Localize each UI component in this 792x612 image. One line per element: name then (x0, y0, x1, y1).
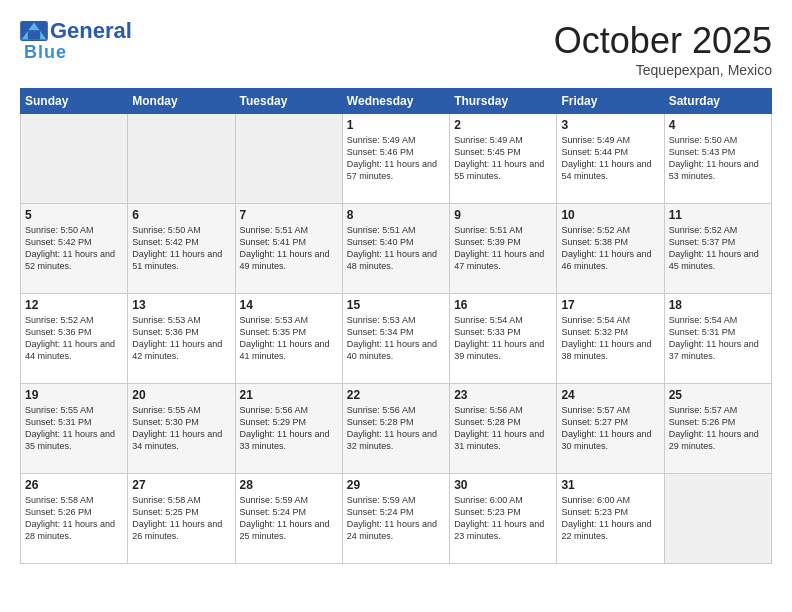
day-number: 21 (240, 388, 338, 402)
day-info: Sunrise: 6:00 AMSunset: 5:23 PMDaylight:… (561, 494, 659, 543)
day-number: 20 (132, 388, 230, 402)
logo: General Blue (20, 20, 132, 63)
day-info: Sunrise: 5:51 AMSunset: 5:40 PMDaylight:… (347, 224, 445, 273)
location: Tequepexpan, Mexico (554, 62, 772, 78)
calendar-cell-3-4: 15Sunrise: 5:53 AMSunset: 5:34 PMDayligh… (342, 294, 449, 384)
calendar-cell-4-7: 25Sunrise: 5:57 AMSunset: 5:26 PMDayligh… (664, 384, 771, 474)
calendar-cell-1-3 (235, 114, 342, 204)
day-info: Sunrise: 5:53 AMSunset: 5:34 PMDaylight:… (347, 314, 445, 363)
day-info: Sunrise: 5:53 AMSunset: 5:35 PMDaylight:… (240, 314, 338, 363)
day-number: 1 (347, 118, 445, 132)
day-info: Sunrise: 5:54 AMSunset: 5:32 PMDaylight:… (561, 314, 659, 363)
day-number: 27 (132, 478, 230, 492)
day-number: 8 (347, 208, 445, 222)
calendar-cell-4-1: 19Sunrise: 5:55 AMSunset: 5:31 PMDayligh… (21, 384, 128, 474)
day-number: 26 (25, 478, 123, 492)
day-info: Sunrise: 5:54 AMSunset: 5:33 PMDaylight:… (454, 314, 552, 363)
calendar-cell-3-2: 13Sunrise: 5:53 AMSunset: 5:36 PMDayligh… (128, 294, 235, 384)
calendar-week-3: 12Sunrise: 5:52 AMSunset: 5:36 PMDayligh… (21, 294, 772, 384)
day-number: 17 (561, 298, 659, 312)
day-info: Sunrise: 5:52 AMSunset: 5:37 PMDaylight:… (669, 224, 767, 273)
day-info: Sunrise: 5:57 AMSunset: 5:26 PMDaylight:… (669, 404, 767, 453)
calendar-cell-2-4: 8Sunrise: 5:51 AMSunset: 5:40 PMDaylight… (342, 204, 449, 294)
day-number: 25 (669, 388, 767, 402)
day-number: 12 (25, 298, 123, 312)
calendar-week-1: 1Sunrise: 5:49 AMSunset: 5:46 PMDaylight… (21, 114, 772, 204)
day-number: 16 (454, 298, 552, 312)
calendar-week-4: 19Sunrise: 5:55 AMSunset: 5:31 PMDayligh… (21, 384, 772, 474)
calendar-cell-5-5: 30Sunrise: 6:00 AMSunset: 5:23 PMDayligh… (450, 474, 557, 564)
day-info: Sunrise: 5:56 AMSunset: 5:28 PMDaylight:… (454, 404, 552, 453)
calendar-cell-5-7 (664, 474, 771, 564)
month-title: October 2025 (554, 20, 772, 62)
day-number: 24 (561, 388, 659, 402)
day-info: Sunrise: 5:59 AMSunset: 5:24 PMDaylight:… (347, 494, 445, 543)
logo-text: General (50, 20, 132, 42)
calendar-cell-1-5: 2Sunrise: 5:49 AMSunset: 5:45 PMDaylight… (450, 114, 557, 204)
calendar-cell-3-6: 17Sunrise: 5:54 AMSunset: 5:32 PMDayligh… (557, 294, 664, 384)
day-number: 15 (347, 298, 445, 312)
day-info: Sunrise: 5:56 AMSunset: 5:28 PMDaylight:… (347, 404, 445, 453)
calendar-cell-5-4: 29Sunrise: 5:59 AMSunset: 5:24 PMDayligh… (342, 474, 449, 564)
day-number: 5 (25, 208, 123, 222)
day-number: 10 (561, 208, 659, 222)
weekday-header-friday: Friday (557, 89, 664, 114)
calendar-cell-3-5: 16Sunrise: 5:54 AMSunset: 5:33 PMDayligh… (450, 294, 557, 384)
calendar-cell-1-1 (21, 114, 128, 204)
calendar-cell-2-5: 9Sunrise: 5:51 AMSunset: 5:39 PMDaylight… (450, 204, 557, 294)
logo-sub: Blue (24, 42, 67, 63)
calendar-cell-2-2: 6Sunrise: 5:50 AMSunset: 5:42 PMDaylight… (128, 204, 235, 294)
day-number: 7 (240, 208, 338, 222)
day-number: 6 (132, 208, 230, 222)
weekday-header-thursday: Thursday (450, 89, 557, 114)
svg-rect-2 (28, 30, 40, 39)
day-number: 30 (454, 478, 552, 492)
day-info: Sunrise: 5:57 AMSunset: 5:27 PMDaylight:… (561, 404, 659, 453)
day-info: Sunrise: 6:00 AMSunset: 5:23 PMDaylight:… (454, 494, 552, 543)
calendar-week-2: 5Sunrise: 5:50 AMSunset: 5:42 PMDaylight… (21, 204, 772, 294)
day-number: 29 (347, 478, 445, 492)
day-info: Sunrise: 5:51 AMSunset: 5:39 PMDaylight:… (454, 224, 552, 273)
day-info: Sunrise: 5:49 AMSunset: 5:46 PMDaylight:… (347, 134, 445, 183)
weekday-header-monday: Monday (128, 89, 235, 114)
day-number: 2 (454, 118, 552, 132)
weekday-header-sunday: Sunday (21, 89, 128, 114)
calendar-cell-4-5: 23Sunrise: 5:56 AMSunset: 5:28 PMDayligh… (450, 384, 557, 474)
day-number: 13 (132, 298, 230, 312)
calendar-cell-4-3: 21Sunrise: 5:56 AMSunset: 5:29 PMDayligh… (235, 384, 342, 474)
calendar-cell-3-1: 12Sunrise: 5:52 AMSunset: 5:36 PMDayligh… (21, 294, 128, 384)
calendar-cell-5-3: 28Sunrise: 5:59 AMSunset: 5:24 PMDayligh… (235, 474, 342, 564)
calendar-cell-4-2: 20Sunrise: 5:55 AMSunset: 5:30 PMDayligh… (128, 384, 235, 474)
weekday-header-wednesday: Wednesday (342, 89, 449, 114)
day-info: Sunrise: 5:53 AMSunset: 5:36 PMDaylight:… (132, 314, 230, 363)
day-info: Sunrise: 5:55 AMSunset: 5:31 PMDaylight:… (25, 404, 123, 453)
calendar-cell-5-2: 27Sunrise: 5:58 AMSunset: 5:25 PMDayligh… (128, 474, 235, 564)
day-info: Sunrise: 5:58 AMSunset: 5:25 PMDaylight:… (132, 494, 230, 543)
day-info: Sunrise: 5:50 AMSunset: 5:42 PMDaylight:… (25, 224, 123, 273)
weekday-header-saturday: Saturday (664, 89, 771, 114)
calendar-cell-3-3: 14Sunrise: 5:53 AMSunset: 5:35 PMDayligh… (235, 294, 342, 384)
day-info: Sunrise: 5:52 AMSunset: 5:36 PMDaylight:… (25, 314, 123, 363)
calendar-cell-5-6: 31Sunrise: 6:00 AMSunset: 5:23 PMDayligh… (557, 474, 664, 564)
calendar-cell-1-2 (128, 114, 235, 204)
calendar-cell-2-3: 7Sunrise: 5:51 AMSunset: 5:41 PMDaylight… (235, 204, 342, 294)
calendar-cell-5-1: 26Sunrise: 5:58 AMSunset: 5:26 PMDayligh… (21, 474, 128, 564)
day-number: 4 (669, 118, 767, 132)
calendar-cell-4-4: 22Sunrise: 5:56 AMSunset: 5:28 PMDayligh… (342, 384, 449, 474)
day-info: Sunrise: 5:52 AMSunset: 5:38 PMDaylight:… (561, 224, 659, 273)
day-number: 9 (454, 208, 552, 222)
logo-icon (20, 21, 48, 41)
weekday-header-row: SundayMondayTuesdayWednesdayThursdayFrid… (21, 89, 772, 114)
calendar-table: SundayMondayTuesdayWednesdayThursdayFrid… (20, 88, 772, 564)
day-info: Sunrise: 5:51 AMSunset: 5:41 PMDaylight:… (240, 224, 338, 273)
day-info: Sunrise: 5:49 AMSunset: 5:44 PMDaylight:… (561, 134, 659, 183)
day-info: Sunrise: 5:55 AMSunset: 5:30 PMDaylight:… (132, 404, 230, 453)
calendar-cell-2-7: 11Sunrise: 5:52 AMSunset: 5:37 PMDayligh… (664, 204, 771, 294)
day-info: Sunrise: 5:56 AMSunset: 5:29 PMDaylight:… (240, 404, 338, 453)
day-number: 22 (347, 388, 445, 402)
day-info: Sunrise: 5:59 AMSunset: 5:24 PMDaylight:… (240, 494, 338, 543)
day-number: 18 (669, 298, 767, 312)
day-number: 19 (25, 388, 123, 402)
calendar-cell-4-6: 24Sunrise: 5:57 AMSunset: 5:27 PMDayligh… (557, 384, 664, 474)
day-number: 28 (240, 478, 338, 492)
